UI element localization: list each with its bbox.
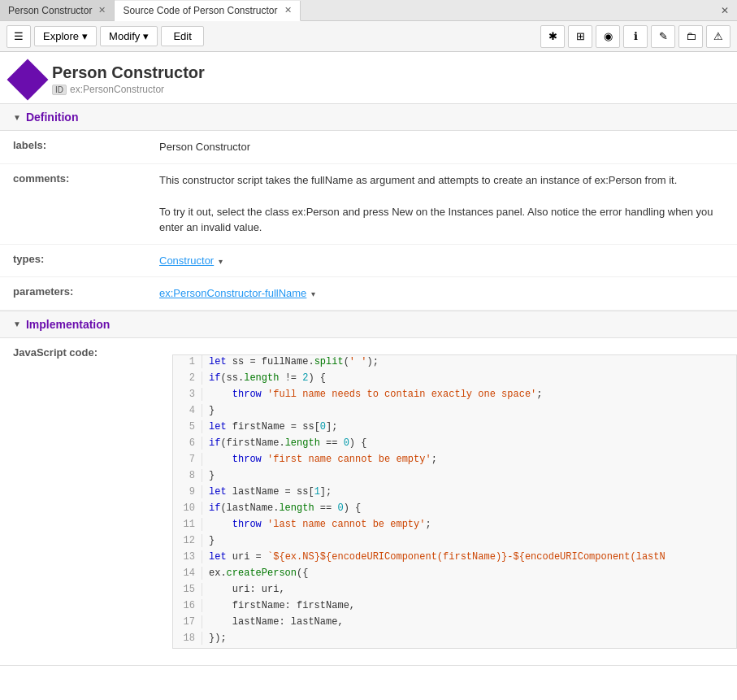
info-button[interactable]: ℹ: [623, 25, 648, 48]
entity-id: ID ex:PersonConstructor: [52, 84, 205, 95]
window-close-button[interactable]: ✕: [713, 5, 737, 16]
parameters-dropdown-icon[interactable]: ▾: [311, 289, 315, 298]
labels-label: labels:: [0, 131, 146, 163]
layers-button[interactable]: ⊞: [568, 25, 592, 48]
parameters-link[interactable]: ex:PersonConstructor-fullName: [159, 287, 306, 299]
code-line-1: 1 let ss = fullName.split(' ');: [173, 355, 736, 372]
tab-source-code-close[interactable]: ✕: [284, 5, 292, 15]
line-code-16: firstName: firstName,: [202, 599, 362, 612]
pencil-icon: ✎: [659, 30, 668, 42]
js-code-value: 1 let ss = fullName.split(' '); 2 if(ss.…: [146, 338, 737, 665]
line-code-11: throw 'last name cannot be empty';: [202, 518, 438, 531]
line-num-11: 11: [173, 518, 202, 531]
line-code-7: throw 'first name cannot be empty';: [202, 453, 444, 466]
line-code-3: throw 'full name needs to contain exactl…: [202, 388, 549, 401]
entity-id-value: ex:PersonConstructor: [70, 84, 164, 95]
tab-source-code[interactable]: Source Code of Person Constructor ✕: [115, 1, 300, 21]
folder-button[interactable]: 🗀: [678, 25, 703, 48]
tab-source-code-label: Source Code of Person Constructor: [123, 5, 277, 16]
line-code-15: uri: uri,: [202, 583, 292, 596]
line-code-12: }: [202, 534, 221, 547]
info-icon: ℹ: [634, 30, 638, 42]
eye-button[interactable]: ◉: [596, 25, 620, 48]
code-line-11: 11 throw 'last name cannot be empty';: [173, 518, 736, 534]
implementation-section-label: Implementation: [26, 318, 110, 331]
edit2-button[interactable]: ✎: [651, 25, 675, 48]
modify-label: Modify: [109, 30, 140, 42]
code-line-7: 7 throw 'first name cannot be empty';: [173, 453, 736, 469]
tab-person-constructor[interactable]: Person Constructor ✕: [0, 0, 115, 20]
hamburger-icon: ☰: [14, 30, 24, 42]
line-num-8: 8: [173, 469, 202, 482]
line-code-2: if(ss.length != 2) {: [202, 372, 332, 385]
constructor-dropdown-icon[interactable]: ▾: [219, 257, 223, 266]
line-num-9: 9: [173, 485, 202, 498]
warning-icon: ⚠: [713, 30, 723, 42]
definition-chevron-icon: ▼: [13, 113, 21, 122]
toolbar: ☰ Explore ▾ Modify ▾ Edit ✱ ⊞ ◉ ℹ ✎ 🗀 ⚠: [0, 21, 737, 52]
line-num-6: 6: [173, 437, 202, 450]
modify-button[interactable]: Modify ▾: [100, 26, 158, 46]
code-line-6: 6 if(firstName.length == 0) {: [173, 437, 736, 453]
modify-arrow-icon: ▾: [143, 30, 149, 42]
explore-arrow-icon: ▾: [82, 30, 88, 42]
comments-line1: This constructor script takes the fullNa…: [159, 172, 724, 189]
js-code-label: JavaScript code:: [0, 338, 146, 665]
hamburger-button[interactable]: ☰: [7, 25, 31, 48]
line-code-9: let lastName = ss[1];: [202, 485, 338, 498]
entity-info: Person Constructor ID ex:PersonConstruct…: [52, 63, 205, 95]
star-icon: ✱: [548, 30, 557, 42]
edit-label: Edit: [173, 30, 191, 42]
labels-value: Person Constructor: [146, 131, 737, 163]
line-code-13: let uri = `${ex.NS}${encodeURIComponent(…: [202, 550, 672, 563]
js-code-row: JavaScript code: 1 let ss = fullName.spl…: [0, 338, 737, 665]
line-num-12: 12: [173, 534, 202, 547]
code-line-3: 3 throw 'full name needs to contain exac…: [173, 388, 736, 404]
implementation-section-header[interactable]: ▼ Implementation: [0, 311, 737, 338]
line-num-18: 18: [173, 632, 202, 645]
line-num-2: 2: [173, 372, 202, 385]
line-code-10: if(lastName.length == 0) {: [202, 502, 367, 515]
line-num-14: 14: [173, 567, 202, 580]
toolbar-right: ✱ ⊞ ◉ ℹ ✎ 🗀 ⚠: [540, 25, 730, 48]
line-code-8: }: [202, 469, 221, 482]
entity-icon: [7, 59, 49, 101]
parameters-label: parameters:: [0, 277, 146, 311]
code-line-15: 15 uri: uri,: [173, 583, 736, 599]
definition-section-label: Definition: [26, 111, 79, 124]
types-label: types:: [0, 244, 146, 277]
folder-icon: 🗀: [686, 30, 696, 42]
code-container[interactable]: 1 let ss = fullName.split(' '); 2 if(ss.…: [172, 354, 737, 649]
code-line-12: 12 }: [173, 534, 736, 550]
implementation-chevron-icon: ▼: [13, 320, 21, 328]
star-button[interactable]: ✱: [540, 25, 565, 48]
types-row: types: Constructor ▾: [0, 244, 737, 277]
constructor-link[interactable]: Constructor: [159, 254, 214, 267]
line-num-13: 13: [173, 550, 202, 563]
line-num-4: 4: [173, 404, 202, 417]
explore-button[interactable]: Explore ▾: [34, 26, 97, 46]
layers-icon: ⊞: [576, 30, 585, 42]
edit-button[interactable]: Edit: [161, 26, 203, 46]
definition-section-header[interactable]: ▼ Definition: [0, 104, 737, 131]
tab-person-constructor-label: Person Constructor: [8, 5, 92, 16]
code-line-5: 5 let firstName = ss[0];: [173, 420, 736, 437]
eye-icon: ◉: [604, 30, 613, 42]
code-line-18: 18 });: [173, 632, 736, 648]
code-line-8: 8 }: [173, 469, 736, 485]
definition-section: ▼ Definition labels: Person Constructor …: [0, 104, 737, 311]
definition-table: labels: Person Constructor comments: Thi…: [0, 131, 737, 311]
line-num-3: 3: [173, 388, 202, 401]
code-line-16: 16 firstName: firstName,: [173, 599, 736, 615]
code-line-9: 9 let lastName = ss[1];: [173, 485, 736, 502]
tab-bar: Person Constructor ✕ Source Code of Pers…: [0, 0, 737, 21]
warning-button[interactable]: ⚠: [706, 25, 730, 48]
main-content: Person Constructor ID ex:PersonConstruct…: [0, 52, 737, 700]
comments-label: comments:: [0, 163, 146, 244]
code-line-4: 4 }: [173, 404, 736, 420]
line-code-1: let ss = fullName.split(' ');: [202, 355, 385, 368]
tab-person-constructor-close[interactable]: ✕: [98, 5, 106, 15]
line-code-5: let firstName = ss[0];: [202, 420, 344, 433]
line-num-7: 7: [173, 453, 202, 466]
line-num-5: 5: [173, 420, 202, 433]
